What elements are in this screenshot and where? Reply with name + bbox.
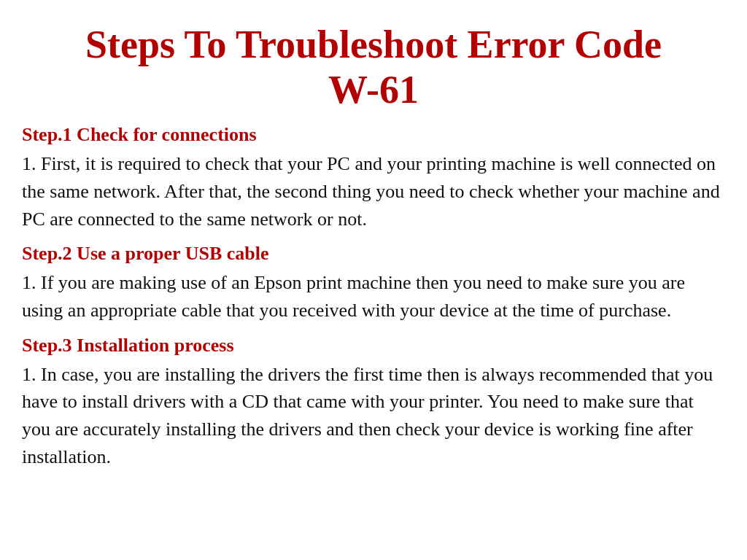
step-1-heading: Step.1 Check for connections	[22, 124, 725, 146]
step-3: Step.3 Installation process 1. In case, …	[22, 335, 725, 471]
step-3-body: 1. In case, you are installing the drive…	[22, 361, 725, 471]
step-2-body: 1. If you are making use of an Epson pri…	[22, 269, 725, 324]
step-1-body: 1. First, it is required to check that y…	[22, 150, 725, 233]
step-1: Step.1 Check for connections 1. First, i…	[22, 124, 725, 233]
step-3-heading: Step.3 Installation process	[22, 335, 725, 357]
page-title: Steps To Troubleshoot Error Code W-61	[22, 15, 725, 112]
step-2-heading: Step.2 Use a proper USB cable	[22, 243, 725, 265]
step-2: Step.2 Use a proper USB cable 1. If you …	[22, 243, 725, 324]
